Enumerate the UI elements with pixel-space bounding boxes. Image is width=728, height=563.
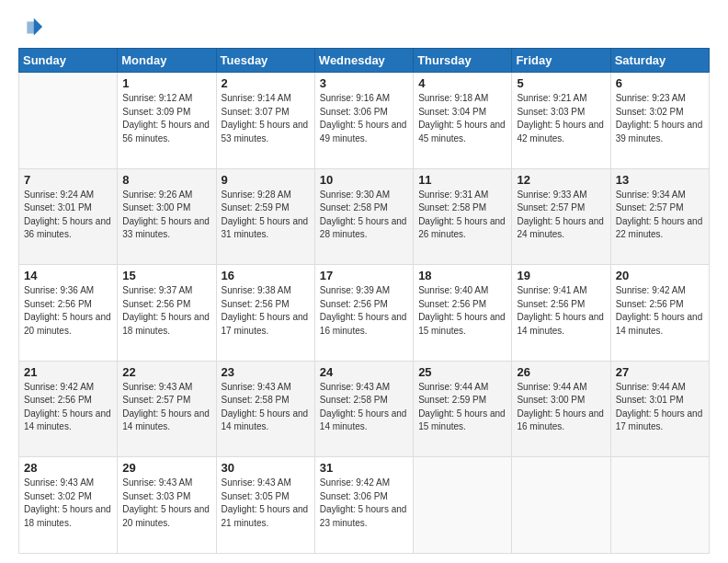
calendar-weekday-sunday: Sunday	[19, 49, 118, 73]
day-info: Sunrise: 9:43 AM Sunset: 2:58 PM Dayligh…	[320, 381, 408, 434]
day-number: 8	[122, 173, 210, 187]
calendar-cell: 9Sunrise: 9:28 AM Sunset: 2:59 PM Daylig…	[216, 168, 314, 265]
calendar-cell: 26Sunrise: 9:44 AM Sunset: 3:00 PM Dayli…	[512, 361, 610, 457]
header	[18, 15, 710, 40]
day-info: Sunrise: 9:42 AM Sunset: 2:56 PM Dayligh…	[616, 284, 704, 338]
calendar-cell: 22Sunrise: 9:43 AM Sunset: 2:57 PM Dayli…	[118, 361, 216, 457]
day-number: 20	[616, 269, 704, 282]
day-info: Sunrise: 9:41 AM Sunset: 2:56 PM Dayligh…	[517, 284, 605, 338]
day-info: Sunrise: 9:43 AM Sunset: 2:57 PM Dayligh…	[122, 381, 210, 434]
day-number: 12	[517, 173, 605, 187]
day-number: 9	[222, 173, 310, 187]
day-number: 29	[122, 461, 210, 475]
day-number: 6	[616, 76, 704, 90]
calendar-weekday-tuesday: Tuesday	[216, 49, 314, 73]
day-number: 25	[418, 365, 506, 379]
calendar-cell	[414, 457, 512, 554]
day-info: Sunrise: 9:18 AM Sunset: 3:04 PM Dayligh…	[418, 92, 506, 145]
calendar-cell: 23Sunrise: 9:43 AM Sunset: 2:58 PM Dayli…	[216, 361, 314, 457]
calendar-cell	[610, 457, 709, 554]
day-info: Sunrise: 9:33 AM Sunset: 2:57 PM Dayligh…	[517, 189, 605, 242]
day-info: Sunrise: 9:28 AM Sunset: 2:59 PM Dayligh…	[222, 189, 310, 242]
calendar-weekday-friday: Friday	[512, 49, 610, 73]
day-info: Sunrise: 9:26 AM Sunset: 3:00 PM Dayligh…	[122, 189, 210, 242]
calendar-cell: 31Sunrise: 9:42 AM Sunset: 3:06 PM Dayli…	[314, 457, 413, 554]
day-info: Sunrise: 9:43 AM Sunset: 3:02 PM Dayligh…	[24, 477, 112, 530]
logo	[18, 15, 48, 40]
day-info: Sunrise: 9:16 AM Sunset: 3:06 PM Dayligh…	[320, 92, 408, 145]
day-info: Sunrise: 9:39 AM Sunset: 2:56 PM Dayligh…	[320, 284, 408, 338]
day-number: 7	[24, 173, 112, 187]
calendar-cell: 21Sunrise: 9:42 AM Sunset: 2:56 PM Dayli…	[19, 361, 118, 457]
day-info: Sunrise: 9:42 AM Sunset: 3:06 PM Dayligh…	[320, 477, 408, 530]
day-info: Sunrise: 9:36 AM Sunset: 2:56 PM Dayligh…	[24, 284, 112, 338]
calendar-cell: 10Sunrise: 9:30 AM Sunset: 2:58 PM Dayli…	[314, 168, 413, 265]
calendar-cell: 12Sunrise: 9:33 AM Sunset: 2:57 PM Dayli…	[512, 168, 610, 265]
day-number: 1	[122, 76, 210, 90]
day-number: 23	[222, 365, 310, 379]
page-container: SundayMondayTuesdayWednesdayThursdayFrid…	[0, 0, 728, 563]
calendar-cell: 3Sunrise: 9:16 AM Sunset: 3:06 PM Daylig…	[314, 73, 413, 169]
calendar-cell: 6Sunrise: 9:23 AM Sunset: 3:02 PM Daylig…	[610, 73, 709, 169]
day-info: Sunrise: 9:23 AM Sunset: 3:02 PM Dayligh…	[616, 92, 704, 145]
calendar-week-row: 21Sunrise: 9:42 AM Sunset: 2:56 PM Dayli…	[19, 361, 710, 457]
day-number: 11	[418, 173, 506, 187]
calendar-cell: 1Sunrise: 9:12 AM Sunset: 3:09 PM Daylig…	[118, 73, 216, 169]
day-number: 19	[517, 269, 605, 282]
day-number: 4	[418, 76, 506, 90]
calendar-cell: 19Sunrise: 9:41 AM Sunset: 2:56 PM Dayli…	[512, 265, 610, 362]
day-info: Sunrise: 9:21 AM Sunset: 3:03 PM Dayligh…	[517, 92, 605, 145]
day-info: Sunrise: 9:43 AM Sunset: 2:58 PM Dayligh…	[222, 381, 310, 434]
calendar-cell: 4Sunrise: 9:18 AM Sunset: 3:04 PM Daylig…	[414, 73, 512, 169]
day-info: Sunrise: 9:34 AM Sunset: 2:57 PM Dayligh…	[616, 189, 704, 242]
day-info: Sunrise: 9:14 AM Sunset: 3:07 PM Dayligh…	[222, 92, 310, 145]
calendar-cell: 28Sunrise: 9:43 AM Sunset: 3:02 PM Dayli…	[19, 457, 118, 554]
calendar-weekday-thursday: Thursday	[414, 49, 512, 73]
day-number: 21	[24, 365, 112, 379]
calendar-week-row: 14Sunrise: 9:36 AM Sunset: 2:56 PM Dayli…	[19, 265, 710, 362]
calendar-cell	[19, 73, 118, 169]
calendar-week-row: 1Sunrise: 9:12 AM Sunset: 3:09 PM Daylig…	[19, 73, 710, 169]
day-number: 5	[517, 76, 605, 90]
calendar-header-row: SundayMondayTuesdayWednesdayThursdayFrid…	[19, 49, 710, 73]
calendar-cell	[512, 457, 610, 554]
logo-icon	[18, 15, 44, 40]
day-number: 2	[222, 76, 310, 90]
day-info: Sunrise: 9:12 AM Sunset: 3:09 PM Dayligh…	[122, 92, 210, 145]
day-number: 10	[320, 173, 408, 187]
day-number: 22	[122, 365, 210, 379]
day-info: Sunrise: 9:43 AM Sunset: 3:03 PM Dayligh…	[122, 477, 210, 530]
day-number: 13	[616, 173, 704, 187]
day-info: Sunrise: 9:44 AM Sunset: 2:59 PM Dayligh…	[418, 381, 506, 434]
day-number: 27	[616, 365, 704, 379]
day-info: Sunrise: 9:30 AM Sunset: 2:58 PM Dayligh…	[320, 189, 408, 242]
svg-marker-1	[27, 21, 35, 33]
calendar-cell: 30Sunrise: 9:43 AM Sunset: 3:05 PM Dayli…	[216, 457, 314, 554]
calendar-cell: 7Sunrise: 9:24 AM Sunset: 3:01 PM Daylig…	[19, 168, 118, 265]
day-info: Sunrise: 9:43 AM Sunset: 3:05 PM Dayligh…	[222, 477, 310, 530]
day-number: 28	[24, 461, 112, 475]
day-info: Sunrise: 9:44 AM Sunset: 3:01 PM Dayligh…	[616, 381, 704, 434]
calendar-cell: 27Sunrise: 9:44 AM Sunset: 3:01 PM Dayli…	[610, 361, 709, 457]
day-number: 16	[222, 269, 310, 282]
day-number: 18	[418, 269, 506, 282]
calendar-cell: 17Sunrise: 9:39 AM Sunset: 2:56 PM Dayli…	[314, 265, 413, 362]
calendar-cell: 25Sunrise: 9:44 AM Sunset: 2:59 PM Dayli…	[414, 361, 512, 457]
calendar-cell: 16Sunrise: 9:38 AM Sunset: 2:56 PM Dayli…	[216, 265, 314, 362]
calendar-cell: 2Sunrise: 9:14 AM Sunset: 3:07 PM Daylig…	[216, 73, 314, 169]
calendar-cell: 8Sunrise: 9:26 AM Sunset: 3:00 PM Daylig…	[118, 168, 216, 265]
day-number: 26	[517, 365, 605, 379]
day-number: 31	[320, 461, 408, 475]
day-number: 30	[222, 461, 310, 475]
calendar-weekday-wednesday: Wednesday	[314, 49, 413, 73]
day-number: 14	[24, 269, 112, 282]
day-info: Sunrise: 9:40 AM Sunset: 2:56 PM Dayligh…	[418, 284, 506, 338]
calendar-cell: 24Sunrise: 9:43 AM Sunset: 2:58 PM Dayli…	[314, 361, 413, 457]
day-info: Sunrise: 9:38 AM Sunset: 2:56 PM Dayligh…	[222, 284, 310, 338]
day-info: Sunrise: 9:24 AM Sunset: 3:01 PM Dayligh…	[24, 189, 112, 242]
calendar-cell: 14Sunrise: 9:36 AM Sunset: 2:56 PM Dayli…	[19, 265, 118, 362]
day-info: Sunrise: 9:37 AM Sunset: 2:56 PM Dayligh…	[122, 284, 210, 338]
calendar-weekday-saturday: Saturday	[610, 49, 709, 73]
day-info: Sunrise: 9:31 AM Sunset: 2:58 PM Dayligh…	[418, 189, 506, 242]
calendar-table: SundayMondayTuesdayWednesdayThursdayFrid…	[18, 48, 710, 554]
